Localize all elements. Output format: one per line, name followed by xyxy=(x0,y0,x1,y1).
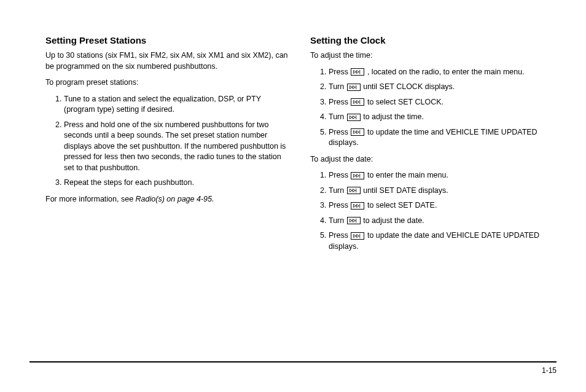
menu-button-icon xyxy=(351,172,364,179)
section-heading-preset: Setting Preset Stations xyxy=(45,34,292,47)
step-text-pre: Press xyxy=(329,201,350,210)
tune-knob-icon xyxy=(347,217,361,224)
step-text-pre: Press xyxy=(329,68,350,76)
list-item: Turn to adjust the date. xyxy=(329,216,557,227)
step-text-post: until SET CLOCK displays. xyxy=(361,82,455,91)
menu-button-icon xyxy=(351,232,364,240)
list-item: Press to select SET DATE. xyxy=(329,200,557,211)
list-item: Press to update the date and VEHICLE DAT… xyxy=(329,230,557,252)
preset-closing: For more information, see Radio(s) on pa… xyxy=(45,194,292,205)
step-text-post: until SET DATE displays. xyxy=(361,186,448,195)
step-text-pre: Press xyxy=(329,231,350,240)
footer-rule xyxy=(29,361,557,363)
step-text-post: to adjust the time. xyxy=(361,112,424,121)
menu-button-icon xyxy=(351,128,364,136)
step-text-pre: Press xyxy=(329,98,350,106)
list-item: Press to update the time and VEHICLE TIM… xyxy=(329,127,557,149)
menu-button-icon xyxy=(351,202,364,210)
left-column: Setting Preset Stations Up to 30 station… xyxy=(45,34,292,257)
menu-button-icon xyxy=(351,98,364,106)
step-text-pre: Turn xyxy=(329,82,346,91)
preset-intro: Up to 30 stations (six FM1, six FM2, six… xyxy=(45,50,292,72)
step-text-post: , located on the radio, to enter the mai… xyxy=(365,68,524,76)
section-heading-clock: Setting the Clock xyxy=(310,34,557,47)
list-item: Press to select SET CLOCK. xyxy=(329,97,557,108)
menu-button-icon xyxy=(351,68,364,76)
date-lead: To adjust the date: xyxy=(310,154,557,165)
step-text-post: to select SET DATE. xyxy=(365,201,437,210)
step-text-pre: Press xyxy=(329,128,350,136)
step-text-post: to enter the main menu. xyxy=(365,171,448,179)
tune-knob-icon xyxy=(347,84,361,91)
page-footer: 1-15 xyxy=(29,361,557,375)
list-item: Turn until SET CLOCK displays. xyxy=(329,82,557,93)
list-item: Press and hold one of the six numbered p… xyxy=(64,120,292,174)
step-text-post: to adjust the date. xyxy=(361,216,424,225)
time-steps: Press , located on the radio, to enter t… xyxy=(310,67,557,149)
date-steps: Press to enter the main menu.Turn until … xyxy=(310,170,557,252)
preset-lead: To program preset stations: xyxy=(45,77,292,88)
step-text-pre: Press xyxy=(329,171,350,179)
right-column: Setting the Clock To adjust the time: Pr… xyxy=(310,34,557,257)
list-item: Turn until SET DATE displays. xyxy=(329,186,557,197)
step-text-pre: Turn xyxy=(329,112,346,121)
tune-knob-icon xyxy=(347,114,361,121)
list-item: Tune to a station and select the equaliz… xyxy=(64,94,292,116)
time-lead: To adjust the time: xyxy=(310,50,557,61)
list-item: Press , located on the radio, to enter t… xyxy=(329,67,557,78)
page-number: 1-15 xyxy=(29,366,557,375)
list-item: Repeat the steps for each pushbutton. xyxy=(64,178,292,189)
step-text-pre: Turn xyxy=(329,216,346,225)
list-item: Turn to adjust the time. xyxy=(329,112,557,123)
tune-knob-icon xyxy=(347,187,361,194)
step-text-post: to select SET CLOCK. xyxy=(365,98,443,106)
list-item: Press to enter the main menu. xyxy=(329,170,557,181)
step-text-pre: Turn xyxy=(329,186,346,195)
preset-steps: Tune to a station and select the equaliz… xyxy=(45,94,292,189)
